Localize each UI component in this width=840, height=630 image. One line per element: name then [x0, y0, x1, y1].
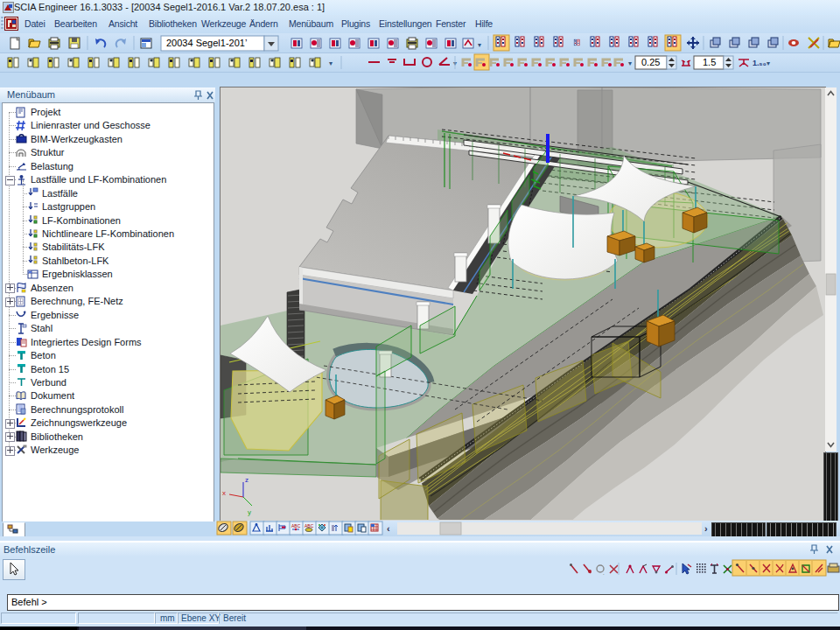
svg-text:y: y — [248, 508, 251, 516]
svg-text:20034 Segel1-201’: 20034 Segel1-201’ — [166, 38, 247, 48]
svg-text:▾: ▾ — [478, 41, 481, 49]
svg-text:▾: ▾ — [766, 60, 770, 67]
svg-text:z: z — [245, 476, 248, 484]
svg-text:.: . — [603, 570, 605, 576]
svg-text:1.5: 1.5 — [703, 57, 716, 67]
svg-text:x: x — [222, 489, 226, 497]
svg-text:ABC: ABC — [291, 523, 301, 528]
svg-text:1.₅₀: 1.₅₀ — [752, 59, 766, 67]
svg-text:0.25: 0.25 — [641, 57, 660, 67]
svg-text:▾: ▾ — [628, 60, 632, 67]
svg-text:‹: ‹ — [387, 523, 390, 534]
svg-text:▾: ▾ — [329, 60, 332, 67]
svg-text:›: › — [704, 523, 708, 534]
